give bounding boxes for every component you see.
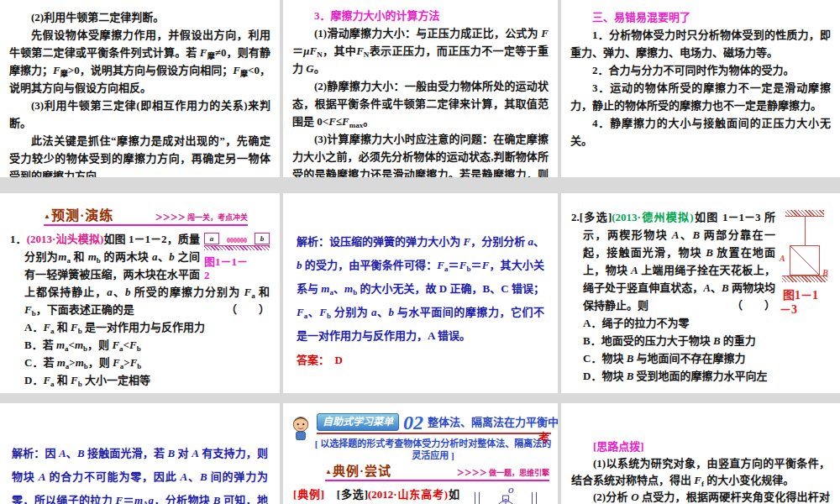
slide-thinking-tips: [思路点拨] (1)以系统为研究对象，由竖直方向的平衡条件，结合系统对称特点，得… bbox=[561, 403, 840, 504]
slide-practice-question-1: ▲预测·演练 ＞＞＞＞ 闯一关，考点冲关 a 000000 b 图1－1－ 2 … bbox=[0, 193, 280, 393]
banner-title: ▲典例·尝试 bbox=[325, 464, 391, 480]
banner-tagline: ＞＞＞＞ 闯一关，考点冲关 bbox=[155, 213, 248, 224]
ornament-icon: ▲ bbox=[325, 468, 333, 475]
slide-friction-calculation: 3．摩擦力大小的计算方法 (1)滑动摩擦力大小：与正压力成正比，公式为 F＝μF… bbox=[283, 0, 558, 177]
block-b: b bbox=[255, 233, 270, 244]
label-b: B bbox=[822, 269, 828, 277]
paragraph: (1)滑动摩擦力大小：与正压力成正比，公式为 F＝μFN，其中FN表示正压力，而… bbox=[292, 24, 549, 77]
slide-learning-menu-02: 自助式学习菜单 02 整体法、隔离法在力平衡中的应用 3年4 考 [ 以选择题的… bbox=[283, 403, 558, 504]
tips-label: [思路点拨] bbox=[571, 438, 830, 455]
figure-1-1-2: a 000000 b 图1－1－ 2 bbox=[204, 233, 270, 282]
option-b: B．若 ma<mb，则 Fa<Fb bbox=[24, 336, 270, 354]
unit-header: 自助式学习菜单 02 整体法、隔离法在力平衡中的应用 3年4 考 bbox=[317, 413, 551, 434]
paragraph: 先假设物体受摩擦力作用，并假设出方向，利用牛顿第二定律或平衡条件列式计算。若 F… bbox=[9, 26, 270, 97]
slide-analysis-question-2: 解析：因 A、B 接触面光滑，若 B 对 A 有支持力，则物块 A 的合力不可能… bbox=[0, 403, 280, 504]
figure-caption: 图1－1－ 2 bbox=[204, 255, 270, 282]
section-title: 三、易错易混要明了 bbox=[570, 8, 831, 26]
option-b: B．地面受的压力大于物块 B 的重力 bbox=[583, 332, 830, 349]
option-a: A．绳子的拉力不为零 bbox=[583, 314, 830, 332]
point-o-label: O bbox=[508, 486, 514, 495]
question-2-block: A B 图1－1 －3 2.[多选](2013·德州模拟)如图 1－1－3 所示… bbox=[571, 208, 830, 385]
figure-1-1-3: A B 图1－1 －3 bbox=[780, 210, 830, 317]
blocks-spring-drawing: a 000000 b bbox=[204, 233, 270, 244]
slides-page: (2)利用牛顿第二定律判断。 先假设物体受摩擦力作用，并假设出方向，利用牛顿第二… bbox=[0, 0, 840, 504]
unit-title: 整体法、隔离法在力平衡中的应用 bbox=[428, 413, 558, 431]
paragraph: (3)计算摩擦力大小时应注意的问题：在确定摩擦力大小之前，必须先分析物体的运动状… bbox=[292, 130, 549, 177]
list-item: 4．静摩擦力的大小与接触面间的正压力大小无关。 bbox=[570, 114, 831, 150]
list-item: 3．运动的物体所受的摩擦力不一定是滑动摩擦力，静止的物体所受的摩擦力也不一定是静… bbox=[570, 79, 831, 114]
list-item: 1．分析物体受力时只分析物体受到的性质力，即重力、弹力、摩擦力、电场力、磁场力等… bbox=[570, 26, 831, 61]
ceiling-hatch bbox=[785, 210, 824, 217]
option-d: D．物块 B 受到地面的摩擦力水平向左 bbox=[583, 367, 830, 385]
tip-step-2: (2)分析 O 点受力，根据两硬杆夹角变化得出杆对 m 弹力 bbox=[571, 489, 830, 504]
ground-hatch bbox=[204, 245, 270, 250]
paragraph: 此法关键是抓住“摩擦力是成对出现的”，先确定受力较少的物体受到的摩擦力方向，再确… bbox=[9, 132, 270, 177]
paragraph: (2)利用牛顿第二定律判断。 bbox=[9, 8, 270, 26]
option-c: C．物块 B 与地面间不存在摩擦力 bbox=[583, 349, 830, 367]
figure-caption: 图1－1 －3 bbox=[780, 288, 830, 317]
section-title: 3．摩擦力大小的计算方法 bbox=[292, 7, 549, 24]
section-banner: ▲典例·尝试 ＞＞＞＞ 做一题，思维引擎 bbox=[325, 464, 549, 481]
analysis-text: 解析：因 A、B 接触面光滑，若 B 对 A 有支持力，则物块 A 的合力不可能… bbox=[12, 442, 268, 504]
label-a: A bbox=[780, 255, 785, 263]
option-c: C．若 ma>mb，则 Fa>Fb bbox=[24, 354, 270, 371]
analysis-text: 解析：设压缩的弹簧的弹力大小为 F，分别分析 a、b 的受力，由平衡条件可得：F… bbox=[297, 230, 544, 348]
option-a: A．Fa 和 Fb 是一对作用力与反作用力 bbox=[24, 318, 270, 336]
paragraph: (3)利用牛顿第三定律(即相互作用力的关系)来判断。 bbox=[9, 97, 270, 132]
rope-line bbox=[805, 217, 806, 245]
mascot-icon bbox=[290, 414, 312, 442]
list-item: 2．合力与分力不可同时作为物体的受力。 bbox=[570, 61, 831, 79]
banner-tagline: ＞＞＞＞ 做一题，思维引擎 bbox=[457, 469, 549, 480]
menu-badge: 自助式学习菜单 bbox=[317, 413, 399, 431]
answer-line: 答案： D bbox=[297, 350, 544, 370]
slide-common-mistakes: 三、易错易混要明了 1．分析物体受力时只分析物体受到的性质力，即重力、弹力、摩擦… bbox=[561, 0, 840, 177]
exam-frequency-suffix: 考 bbox=[538, 432, 549, 444]
section-banner: ▲预测·演练 ＞＞＞＞ 闯一关，考点冲关 bbox=[44, 208, 248, 226]
slide-newton-law-judgement: (2)利用牛顿第二定律判断。 先假设物体受摩擦力作用，并假设出方向，利用牛顿第二… bbox=[0, 0, 280, 177]
exam-scope-note: [ 以选择题的形式考查物体受力分析时对整体法、隔离法的灵活应用 ] bbox=[313, 438, 553, 461]
example-block: 挡板 挡板 m m O O1 O2 [典例] [多选](2012·山东高考)如图… bbox=[283, 484, 558, 504]
ground-hatch bbox=[782, 276, 827, 282]
question-1-block: a 000000 b 图1－1－ 2 1．(2013·汕头模拟)如图 1－1－2… bbox=[10, 230, 270, 389]
banner-title: ▲预测·演练 bbox=[44, 208, 113, 224]
block-a: a bbox=[204, 233, 219, 244]
wedge-blocks-drawing: A B bbox=[790, 245, 820, 276]
menu-number: 02 bbox=[403, 414, 423, 431]
paragraph: (2)静摩擦力大小：一般由受力物体所处的运动状态，根据平衡条件或牛顿第二定律来计… bbox=[292, 77, 549, 130]
slide-analysis-question-1: 解析：设压缩的弹簧的弹力大小为 F，分别分析 a、b 的受力，由平衡条件可得：F… bbox=[283, 193, 558, 393]
ornament-icon: ▲ bbox=[44, 213, 51, 220]
spring-coil: 000000 bbox=[219, 237, 255, 244]
slide-practice-question-2: A B 图1－1 －3 2.[多选](2013·德州模拟)如图 1－1－3 所示… bbox=[561, 193, 840, 393]
rods-drawing bbox=[464, 489, 548, 504]
figure-1-1-4: 挡板 挡板 m m O O1 O2 bbox=[464, 489, 548, 504]
option-d: D．Fa 和 Fb 大小一定相等 bbox=[24, 371, 270, 389]
tip-step-1: (1)以系统为研究对象，由竖直方向的平衡条件，结合系统对称特点，得出 Ff 的大… bbox=[571, 455, 830, 489]
